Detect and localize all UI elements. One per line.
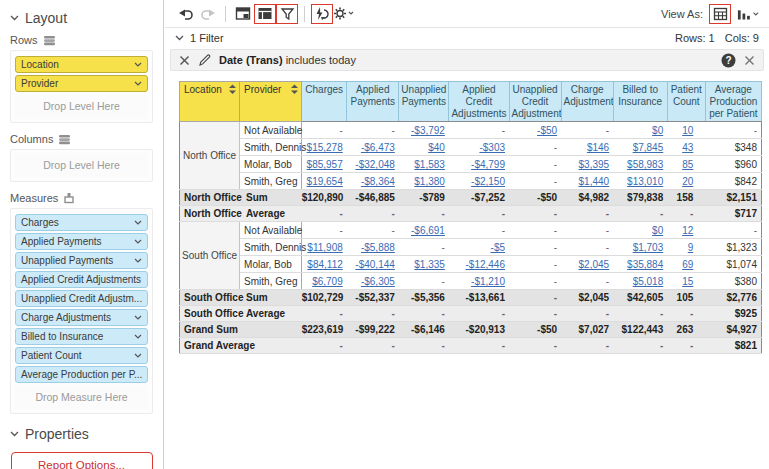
value-link[interactable]: $58,983 bbox=[627, 159, 663, 170]
drop-level-zone-columns[interactable]: Drop Level Here bbox=[15, 153, 148, 178]
pivot-grid-view-button[interactable] bbox=[254, 4, 276, 24]
value-link[interactable]: $85,957 bbox=[307, 159, 343, 170]
layout-panel-toggle-button[interactable] bbox=[232, 4, 254, 24]
value-link[interactable]: $1,335 bbox=[414, 259, 445, 270]
value-link[interactable]: $19,654 bbox=[307, 176, 343, 187]
empty-value: - bbox=[442, 276, 445, 287]
empty-value: - bbox=[606, 225, 609, 236]
row-header-provider[interactable]: Provider bbox=[240, 82, 302, 122]
empty-value: - bbox=[554, 225, 557, 236]
value-link[interactable]: $1,440 bbox=[579, 176, 610, 187]
value-link[interactable]: 9 bbox=[688, 242, 694, 253]
row-level-select-1[interactable]: Provider bbox=[15, 75, 148, 92]
value-cell: - bbox=[302, 206, 347, 222]
measure-select-2[interactable]: Unapplied Payments bbox=[15, 252, 148, 269]
measure-select-3[interactable]: Applied Credit Adjustments bbox=[15, 271, 148, 288]
value-link[interactable]: -$1,210 bbox=[471, 276, 505, 287]
value-link[interactable]: 10 bbox=[682, 125, 693, 136]
value-link[interactable]: $40 bbox=[428, 142, 445, 153]
layout-section-header[interactable]: Layout bbox=[10, 10, 153, 26]
value-link[interactable]: $1,380 bbox=[414, 176, 445, 187]
value-link[interactable]: $6,709 bbox=[312, 276, 343, 287]
drop-measure-zone[interactable]: Drop Measure Here bbox=[15, 385, 148, 410]
value-link[interactable]: -$303 bbox=[479, 142, 505, 153]
value-link[interactable]: $35,884 bbox=[627, 259, 663, 270]
remove-filter-icon[interactable] bbox=[179, 55, 190, 66]
value-link[interactable]: -$4,799 bbox=[471, 159, 505, 170]
provider-cell: Smith, Dennis bbox=[240, 139, 302, 156]
measure-select-1[interactable]: Applied Payments bbox=[15, 233, 148, 250]
filter-summary-row: 1 Filter Rows: 1 Cols: 9 bbox=[165, 28, 769, 48]
value-link[interactable]: $15,278 bbox=[307, 142, 343, 153]
value-cell: $0 bbox=[613, 222, 667, 239]
toolbar-separator bbox=[225, 6, 226, 22]
measures-label: Measures bbox=[10, 192, 58, 204]
measure-select-4[interactable]: Unapplied Credit Adjustm... bbox=[15, 290, 148, 307]
chevron-down-icon bbox=[134, 62, 142, 67]
value-cell: $85,957 bbox=[302, 156, 347, 173]
row-level-select-0[interactable]: Location bbox=[15, 56, 148, 73]
value-link[interactable]: $5,018 bbox=[633, 276, 664, 287]
value-link[interactable]: 15 bbox=[682, 276, 693, 287]
view-as-grid-button[interactable] bbox=[709, 4, 731, 24]
value-cell: -$6,305 bbox=[347, 273, 399, 290]
value-cell: $1,440 bbox=[561, 173, 613, 190]
measure-select-8[interactable]: Average Production per P... bbox=[15, 366, 148, 383]
value-link[interactable]: -$32,048 bbox=[355, 159, 394, 170]
value-link[interactable]: $146 bbox=[587, 142, 609, 153]
report-options-button[interactable]: Report Options... bbox=[11, 452, 153, 469]
south-office-average-row: South OfficeAverage--------$925 bbox=[180, 306, 762, 322]
value-link[interactable]: 20 bbox=[682, 176, 693, 187]
properties-section-header[interactable]: Properties bbox=[10, 426, 153, 442]
auto-refresh-button[interactable] bbox=[311, 4, 333, 24]
drop-level-zone-rows[interactable]: Drop Level Here bbox=[15, 94, 148, 119]
value-link[interactable]: -$6,473 bbox=[361, 142, 395, 153]
filter-toggle-button[interactable] bbox=[276, 4, 298, 24]
value-link[interactable]: -$2,150 bbox=[471, 176, 505, 187]
value-cell: -$40,144 bbox=[347, 256, 399, 273]
value-link[interactable]: -$12,446 bbox=[466, 259, 505, 270]
value-link[interactable]: $13,010 bbox=[627, 176, 663, 187]
value-link[interactable]: -$40,144 bbox=[355, 259, 394, 270]
value-cell: -$50 bbox=[509, 190, 561, 206]
close-filter-icon[interactable] bbox=[744, 55, 755, 66]
row-header-location[interactable]: Location bbox=[180, 82, 240, 122]
value-cell: $7,027 bbox=[561, 322, 613, 338]
measure-select-7[interactable]: Patient Count bbox=[15, 347, 148, 364]
value-link[interactable]: $84,112 bbox=[307, 259, 342, 270]
measure-select-6[interactable]: Billed to Insurance bbox=[15, 328, 148, 345]
measure-select-5[interactable]: Charge Adjustments bbox=[15, 309, 148, 326]
value-link[interactable]: -$6,305 bbox=[361, 276, 395, 287]
value-link[interactable]: 43 bbox=[682, 142, 693, 153]
help-icon[interactable]: ? bbox=[721, 53, 736, 68]
value-link[interactable]: $0 bbox=[652, 225, 663, 236]
value-cell: - bbox=[347, 206, 399, 222]
value-link[interactable]: $3,395 bbox=[579, 159, 610, 170]
redo-button[interactable] bbox=[197, 4, 219, 24]
undo-button[interactable] bbox=[175, 4, 197, 24]
value-link[interactable]: -$5 bbox=[491, 242, 505, 253]
value-link[interactable]: -$50 bbox=[537, 125, 557, 136]
value-link[interactable]: 12 bbox=[682, 225, 693, 236]
value-link[interactable]: 69 bbox=[682, 259, 693, 270]
filter-count[interactable]: 1 Filter bbox=[190, 32, 224, 44]
settings-button[interactable] bbox=[333, 4, 355, 24]
value-link[interactable]: $1,583 bbox=[414, 159, 445, 170]
value-link[interactable]: -$8,364 bbox=[361, 176, 395, 187]
value-link[interactable]: $2,045 bbox=[579, 259, 610, 270]
value-cell: - bbox=[561, 306, 613, 322]
value-link[interactable]: -$3,792 bbox=[411, 125, 445, 136]
value-link[interactable]: $11,908 bbox=[307, 242, 342, 253]
value-link[interactable]: $0 bbox=[652, 125, 663, 136]
edit-filter-pencil-icon[interactable] bbox=[198, 54, 211, 66]
value-link[interactable]: $1,703 bbox=[633, 242, 664, 253]
value-link[interactable]: -$5,888 bbox=[361, 242, 395, 253]
empty-value: - bbox=[606, 125, 609, 136]
chevron-down-icon[interactable] bbox=[175, 35, 184, 41]
view-as-chart-button[interactable] bbox=[737, 4, 759, 24]
measures-group: ChargesApplied PaymentsUnapplied Payment… bbox=[10, 208, 153, 414]
measure-select-0[interactable]: Charges bbox=[15, 214, 148, 231]
value-link[interactable]: $7,845 bbox=[633, 142, 664, 153]
value-link[interactable]: 85 bbox=[682, 159, 693, 170]
value-link[interactable]: -$6,691 bbox=[411, 225, 445, 236]
